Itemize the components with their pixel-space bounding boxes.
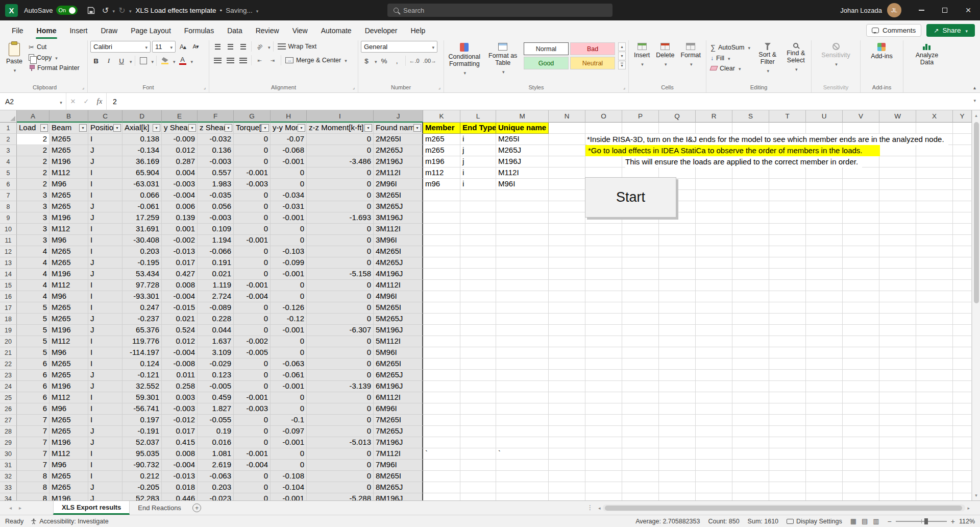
cell-E16[interactable]: -0.004 <box>162 291 198 302</box>
cell-G21[interactable]: -0.005 <box>234 347 271 358</box>
cell-U29[interactable] <box>806 437 843 448</box>
cell-O23[interactable] <box>585 370 622 381</box>
cell-U19[interactable] <box>806 325 843 336</box>
cell-E9[interactable]: 0.139 <box>162 212 198 224</box>
cell-B15[interactable]: M112 <box>50 280 88 291</box>
format-painter-button[interactable]: Format Painter <box>27 63 81 73</box>
cell-X33[interactable] <box>916 482 953 493</box>
cell-E19[interactable]: 0.524 <box>162 325 198 336</box>
cell-S8[interactable] <box>732 201 769 212</box>
cell-S26[interactable] <box>732 403 769 415</box>
cell-H11[interactable]: 0 <box>271 235 307 246</box>
cut-button[interactable]: Cut <box>27 42 81 52</box>
cell-X9[interactable] <box>916 212 953 224</box>
row-header-6[interactable]: 6 <box>0 179 17 190</box>
cell-A8[interactable]: 3 <box>17 201 50 212</box>
fill-button[interactable]: Fill <box>709 53 752 63</box>
cell-I11[interactable]: 0 <box>307 235 374 246</box>
cell-H28[interactable]: -0.097 <box>271 426 307 437</box>
cell-H26[interactable]: 0 <box>271 403 307 415</box>
column-header-E[interactable]: E <box>162 110 198 123</box>
cell-I20[interactable]: 0 <box>307 336 374 347</box>
undo-button[interactable] <box>98 3 112 17</box>
cell-I25[interactable]: 0 <box>307 392 374 403</box>
cell-Y10[interactable] <box>953 224 972 235</box>
cell-F21[interactable]: 3.109 <box>198 347 234 358</box>
cell-M11[interactable] <box>496 235 549 246</box>
cell-B4[interactable]: M196 <box>50 156 88 167</box>
cell-F2[interactable]: -0.032 <box>198 134 234 145</box>
cell-C31[interactable]: I <box>88 460 122 471</box>
cell-U8[interactable] <box>806 201 843 212</box>
new-sheet-button[interactable] <box>189 501 205 515</box>
cell-E23[interactable]: 0.011 <box>162 370 198 381</box>
cell-X17[interactable] <box>916 302 953 314</box>
column-header-H[interactable]: H <box>271 110 307 123</box>
cell-V29[interactable] <box>843 437 879 448</box>
filter-button-G[interactable] <box>261 124 269 132</box>
cell-C1[interactable]: Position <box>88 123 122 134</box>
cell-B23[interactable]: M265 <box>50 370 88 381</box>
cell-B3[interactable]: M265 <box>50 145 88 156</box>
gallery-up-icon[interactable] <box>618 42 626 51</box>
minimize-button[interactable] <box>910 0 933 20</box>
cell-L1[interactable]: End Type <box>460 123 496 134</box>
cell-X19[interactable] <box>916 325 953 336</box>
column-header-Q[interactable]: Q <box>659 110 696 123</box>
cell-T18[interactable] <box>769 314 806 325</box>
cell-L16[interactable] <box>460 291 496 302</box>
cell-H34[interactable]: -0.001 <box>271 493 307 500</box>
cell-O17[interactable] <box>585 302 622 314</box>
cell-W34[interactable] <box>879 493 916 500</box>
cell-D24[interactable]: 32.552 <box>122 381 162 392</box>
cell-B22[interactable]: M265 <box>50 358 88 370</box>
cell-Y5[interactable] <box>953 167 972 179</box>
row-header-2[interactable]: 2 <box>0 134 17 145</box>
font-family-select[interactable]: Calibri <box>90 41 151 53</box>
cell-G2[interactable]: 0 <box>234 134 271 145</box>
cell-L23[interactable] <box>460 370 496 381</box>
close-button[interactable] <box>957 0 980 20</box>
cell-R26[interactable] <box>696 403 732 415</box>
cell-W25[interactable] <box>879 392 916 403</box>
underline-dropdown-icon[interactable] <box>129 57 132 65</box>
cell-Y22[interactable] <box>953 358 972 370</box>
orientation-dropdown-icon[interactable] <box>267 42 271 51</box>
cell-P17[interactable] <box>622 302 659 314</box>
cell-R17[interactable] <box>696 302 732 314</box>
cell-A25[interactable]: 6 <box>17 392 50 403</box>
cell-G4[interactable]: 0 <box>234 156 271 167</box>
cell-Q11[interactable] <box>659 235 696 246</box>
zoom-level[interactable]: 112% <box>959 518 975 525</box>
cell-M32[interactable] <box>496 471 549 482</box>
cell-Y26[interactable] <box>953 403 972 415</box>
cell-M1[interactable]: Unique name <box>496 123 549 134</box>
cell-G24[interactable]: 0 <box>234 381 271 392</box>
cell-A13[interactable]: 4 <box>17 257 50 269</box>
cell-S22[interactable] <box>732 358 769 370</box>
row-header-19[interactable]: 19 <box>0 325 17 336</box>
cell-B2[interactable]: M265 <box>50 134 88 145</box>
cell-W9[interactable] <box>879 212 916 224</box>
cell-V1[interactable] <box>843 123 879 134</box>
cell-V12[interactable] <box>843 246 879 257</box>
cell-C32[interactable]: I <box>88 471 122 482</box>
cell-Y7[interactable] <box>953 190 972 201</box>
cell-L11[interactable] <box>460 235 496 246</box>
cell-T5[interactable] <box>769 167 806 179</box>
cell-D32[interactable]: 0.212 <box>122 471 162 482</box>
cell-Y32[interactable] <box>953 471 972 482</box>
cell-M28[interactable] <box>496 426 549 437</box>
cell-S31[interactable] <box>732 460 769 471</box>
cell-G13[interactable]: 0 <box>234 257 271 269</box>
cell-P20[interactable] <box>622 336 659 347</box>
cell-J20[interactable]: 5M112I <box>374 336 423 347</box>
cell-L22[interactable] <box>460 358 496 370</box>
cell-J17[interactable]: 5M265I <box>374 302 423 314</box>
align-left-button[interactable] <box>212 55 223 66</box>
cell-A21[interactable]: 5 <box>17 347 50 358</box>
cell-I9[interactable]: -1.693 <box>307 212 374 224</box>
cell-U1[interactable] <box>806 123 843 134</box>
cell-M13[interactable] <box>496 257 549 269</box>
cell-A34[interactable]: 8 <box>17 493 50 500</box>
